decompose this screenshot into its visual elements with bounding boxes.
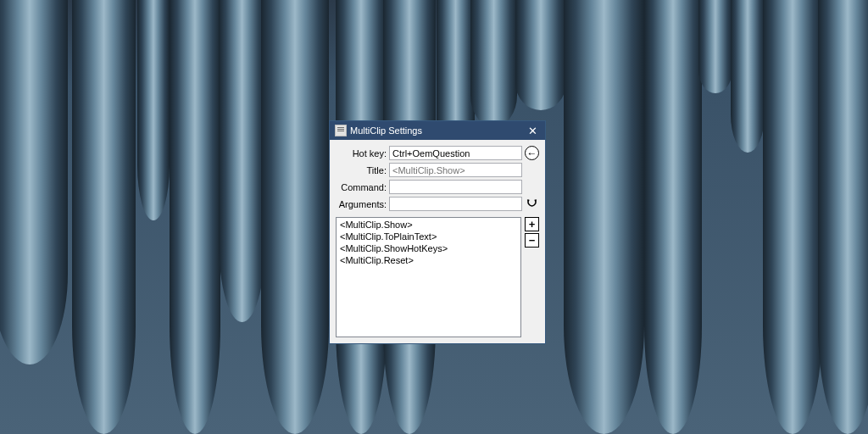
list-side-buttons: + − [525,217,539,337]
minus-icon: − [529,235,536,246]
arguments-label: Arguments: [336,199,387,209]
background-shape [72,0,136,434]
close-button[interactable]: ✕ [520,121,545,140]
arguments-input[interactable] [389,197,522,211]
refresh-button[interactable] [525,197,539,211]
arguments-row: Arguments: [336,197,539,211]
commands-listbox[interactable]: <MultiClip.Show> <MultiClip.ToPlainText>… [336,217,521,337]
add-button[interactable]: + [525,217,539,231]
window-title: MultiClip Settings [350,125,520,136]
background-shape [137,0,170,220]
spacer [525,163,539,177]
background-shape [564,0,644,434]
title-input[interactable] [389,163,522,177]
hotkey-input[interactable] [389,146,522,160]
commands-section: <MultiClip.Show> <MultiClip.ToPlainText>… [336,217,539,337]
background-shape [698,0,732,93]
app-icon [335,125,347,136]
hotkey-row: Hot key: ← [336,146,539,160]
background-shape [0,0,68,364]
plus-icon: + [529,219,536,230]
back-button[interactable]: ← [525,146,539,160]
title-label: Title: [336,165,387,175]
spacer [525,180,539,194]
background-shape [261,0,329,434]
arrow-left-icon: ← [527,148,537,159]
settings-dialog: MultiClip Settings ✕ Hot key: ← Title: C… [329,120,546,344]
refresh-icon [526,198,538,210]
list-item[interactable]: <MultiClip.ShowHotKeys> [337,242,520,254]
command-label: Command: [336,182,387,192]
background-shape [731,0,765,153]
command-input[interactable] [389,180,522,194]
background-shape [470,0,517,127]
background-shape [170,0,220,434]
background-shape [818,0,868,434]
hotkey-label: Hot key: [336,148,387,159]
title-row: Title: [336,163,539,177]
remove-button[interactable]: − [525,233,539,248]
dialog-body: Hot key: ← Title: Command: Arguments: [330,140,545,343]
list-item[interactable]: <MultiClip.Reset> [337,254,520,266]
background-shape [219,0,265,322]
desktop-background: MultiClip Settings ✕ Hot key: ← Title: C… [0,0,868,434]
list-item[interactable]: <MultiClip.Show> [337,219,520,231]
close-icon: ✕ [528,125,537,136]
background-shape [644,0,702,434]
titlebar[interactable]: MultiClip Settings ✕ [330,121,545,140]
background-shape [515,0,566,110]
background-shape [763,0,822,434]
list-item[interactable]: <MultiClip.ToPlainText> [337,231,520,242]
command-row: Command: [336,180,539,194]
